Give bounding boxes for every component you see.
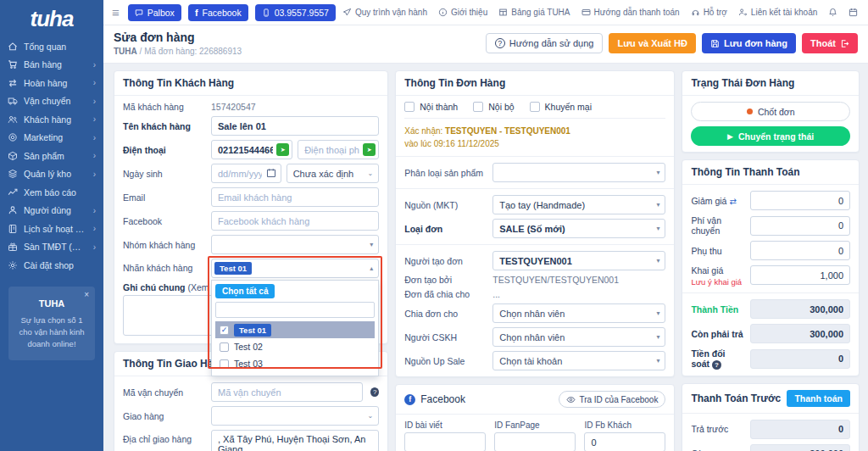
sidebar-item-returns[interactable]: Hoàn hàng ›	[0, 74, 103, 92]
calendar-icon[interactable]	[849, 8, 858, 17]
shipping-fee-input[interactable]	[750, 216, 850, 236]
save-order-button[interactable]: Lưu đơn hàng	[702, 33, 796, 53]
facebook-button[interactable]: f Facebook	[188, 4, 248, 21]
email-label: Email	[123, 192, 211, 203]
selected-tag[interactable]: Test 01	[214, 262, 252, 275]
link-operations[interactable]: Quy trình vận hành	[342, 8, 427, 17]
breadcrumb-root[interactable]: TUHA	[114, 47, 137, 56]
tag-option[interactable]: ✓ Test 01	[215, 321, 375, 338]
zalo-check-icon[interactable]: ➤	[363, 143, 376, 156]
upsale-source-select[interactable]: Chọn tài khoản▾	[492, 351, 665, 370]
link-account-icon	[738, 8, 748, 17]
link-support[interactable]: Hỗ trợ	[691, 8, 727, 17]
zalo-check-icon[interactable]: ➤	[276, 143, 289, 156]
select-all-button[interactable]: Chọn tất cả	[215, 284, 275, 298]
discount-input[interactable]	[750, 191, 850, 210]
hotline-button[interactable]: 03.9557.9557	[255, 4, 336, 21]
tuha-logo[interactable]: tuha	[0, 0, 103, 37]
product-category-select[interactable]: ▾	[492, 163, 665, 182]
tag-option[interactable]: Test 03	[215, 355, 375, 372]
cskh-select[interactable]: Chọn nhân viên▾	[492, 327, 665, 347]
calendar-icon[interactable]	[266, 168, 276, 178]
info-icon	[438, 8, 448, 17]
pay-button[interactable]: Thanh toán	[787, 390, 850, 407]
sidebar-item-overview[interactable]: Tổng quan	[0, 37, 103, 56]
sidebar-item-marketing[interactable]: Marketing ›	[0, 129, 103, 148]
chevron-right-icon: ›	[93, 206, 96, 215]
link-about[interactable]: Giới thiệu	[438, 8, 487, 17]
chevron-down-icon: ⌄	[368, 170, 374, 177]
sidebar-item-history[interactable]: Lịch sử hoạt động ›	[0, 220, 103, 238]
sidebar-item-warehouse[interactable]: Quản lý kho ›	[0, 165, 103, 184]
tag-option[interactable]: Test 02	[215, 338, 375, 355]
help-button[interactable]: ? Hướng dẫn sử dụng	[486, 33, 604, 53]
reconcile-value	[750, 349, 850, 369]
surcharge-input[interactable]	[750, 241, 850, 260]
order-type-select[interactable]: SALE (Số mới)▾	[492, 219, 665, 238]
dob-label: Ngày sinh	[123, 169, 211, 179]
link-payment-guide[interactable]: Hướng dẫn thanh toán	[581, 8, 680, 17]
order-creator-label: Người tạo đơn	[404, 256, 492, 266]
sidebar-item-products[interactable]: Sản phẩm ›	[0, 147, 103, 165]
checkbox-icon[interactable]	[220, 342, 229, 352]
sidebar-item-reports[interactable]: Xem báo cáo	[0, 183, 103, 202]
help-question-icon[interactable]: ?	[712, 360, 721, 370]
mkt-source-select[interactable]: Tạo tay (Handmade)▾	[492, 195, 665, 214]
customer-group-select[interactable]: ▾	[211, 235, 379, 254]
sidebar-item-customers[interactable]: Khách hàng ›	[0, 110, 103, 129]
carrier-select[interactable]: ⌄	[211, 406, 379, 426]
facebook-icon: f	[195, 8, 198, 18]
declared-value-input[interactable]	[750, 265, 850, 285]
price-table-icon	[498, 8, 508, 17]
product-category-label: Phân loại sản phẩm	[404, 168, 492, 178]
link-account-link[interactable]: Liên kết tài khoản	[738, 8, 817, 17]
fb-customer-id-input[interactable]	[584, 432, 665, 451]
exit-button[interactable]: Thoát	[802, 33, 858, 53]
checkbox-promotion[interactable]: Khuyến mại	[530, 102, 592, 112]
tracking-code-input[interactable]	[211, 382, 363, 402]
fanpage-id-input[interactable]	[494, 432, 576, 451]
target-icon	[8, 132, 18, 142]
created-by-value: TESTQUYEN/TESTQUYEN001	[492, 275, 619, 285]
tag-search-input[interactable]	[215, 302, 375, 318]
checkbox-inner-city[interactable]: Nội thành	[404, 102, 458, 112]
email-input[interactable]	[211, 187, 379, 207]
sidebar-item-sales[interactable]: Bán hàng ›	[0, 56, 103, 75]
post-id-input[interactable]	[404, 432, 486, 451]
close-icon[interactable]: ×	[84, 290, 89, 299]
declared-value-warning[interactable]: Lưu ý khai giá	[691, 277, 745, 287]
checkbox-icon[interactable]	[530, 102, 540, 112]
paper-plane-icon	[342, 8, 352, 17]
facebook-input[interactable]	[211, 211, 379, 231]
sidebar-item-shipping[interactable]: Vận chuyển ›	[0, 92, 103, 111]
checkbox-icon[interactable]	[473, 102, 483, 112]
assign-to-select[interactable]: Chọn nhân viên▾	[492, 303, 665, 323]
notification-bell-icon[interactable]	[828, 8, 837, 17]
checkbox-checked-icon[interactable]: ✓	[220, 326, 229, 335]
checkbox-internal[interactable]: Nội bộ	[473, 102, 514, 112]
lookup-facebook-id-button[interactable]: Tra ID của Facebook	[559, 391, 665, 408]
checkbox-icon[interactable]	[404, 102, 415, 112]
chevron-right-icon: ›	[93, 97, 96, 106]
change-status-button[interactable]: ▶ Chuyển trạng thái	[691, 126, 850, 146]
customer-tags-multiselect[interactable]: Test 01 ▴	[211, 259, 379, 278]
swap-icon[interactable]: ⇄	[729, 197, 736, 206]
order-creator-select[interactable]: TESTQUYEN001▾	[492, 251, 665, 270]
hamburger-menu-icon[interactable]: ≡	[112, 5, 120, 19]
palbox-button[interactable]: Palbox	[128, 4, 181, 21]
checkbox-icon[interactable]	[220, 359, 229, 369]
payment-info-card: Thông Tin Thanh Toán Giảm giá⇄ Phí vận c…	[682, 159, 860, 376]
address-textarea[interactable]: , Xã Tây Phú, Huyện Thoại Sơn, An Giang	[211, 430, 379, 451]
sidebar-item-marketplace[interactable]: Sàn TMĐT (Đang P.Triển) ›	[0, 238, 103, 257]
current-status-pill[interactable]: Chốt đơn	[691, 102, 850, 121]
chevron-down-icon: ▾	[656, 309, 659, 317]
customer-name-input[interactable]	[211, 116, 379, 136]
sidebar-item-settings[interactable]: Cài đặt shop	[0, 256, 103, 275]
sidebar-item-users[interactable]: Người dùng ›	[0, 202, 103, 220]
help-question-icon[interactable]: ?	[370, 387, 379, 397]
chevron-down-icon: ▾	[656, 333, 659, 341]
gender-select[interactable]: Chưa xác định⌄	[287, 164, 380, 183]
link-pricing[interactable]: Bảng giá TUHA	[498, 8, 570, 17]
return-icon	[8, 78, 18, 88]
save-export-button[interactable]: Lưu và Xuất HĐ	[609, 33, 696, 53]
